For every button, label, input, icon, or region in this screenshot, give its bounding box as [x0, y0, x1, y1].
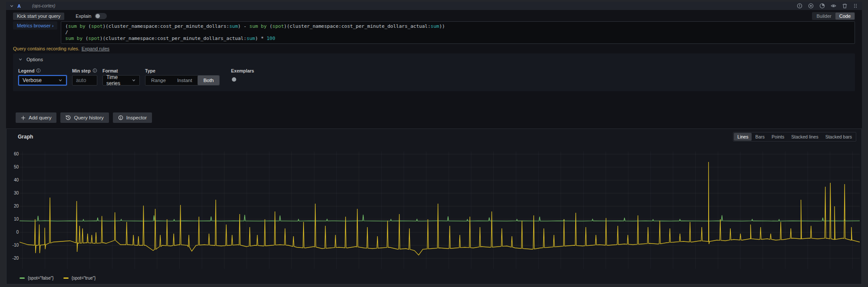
chart-legend: {spot="false"}{spot="true"} — [20, 276, 861, 280]
view-mode-switcher: LinesBarsPointsStacked linesStacked bars — [733, 132, 856, 142]
graph-panel: Graph LinesBarsPointsStacked linesStacke… — [6, 129, 862, 284]
timeseries-chart — [20, 152, 860, 269]
legend-field: Legend Verbose — [18, 68, 67, 86]
y-axis-labels: 6050403020100-10-20 — [10, 152, 20, 269]
y-tick-10: 10 — [14, 217, 19, 221]
plus-icon — [21, 115, 26, 120]
add-query-button[interactable]: Add query — [16, 112, 56, 123]
query-code-editor[interactable]: (sum by (spot)(cluster_namespace:cost_pe… — [61, 21, 855, 44]
editor-body: Kick start your query Explain Builder Co… — [6, 10, 862, 123]
exemplars-field: Exemplars — [231, 68, 254, 76]
legend-swatch — [63, 277, 69, 279]
query-editor-page: A (ops-cortex) Kick start your query Exp… — [6, 2, 862, 284]
explain-control: Explain — [76, 13, 107, 19]
series-line-1 — [20, 162, 860, 255]
datasource-name: (ops-cortex) — [32, 3, 55, 8]
graph-panel-header: Graph LinesBarsPointsStacked linesStacke… — [7, 129, 861, 142]
query-edit-row: Metrics browser › (sum by (spot)(cluster… — [13, 21, 855, 44]
series-line-0 — [20, 215, 860, 221]
query-row-actions — [797, 3, 858, 9]
y-tick-0: 0 — [16, 230, 19, 234]
type-radio-group: RangeInstantBoth — [145, 75, 220, 86]
type-option-instant[interactable]: Instant — [172, 76, 198, 85]
explain-toggle[interactable] — [95, 13, 107, 19]
collapse-query-chevron-icon[interactable] — [10, 4, 14, 8]
view-mode-stacked-bars[interactable]: Stacked bars — [822, 133, 855, 141]
kick-start-query-button[interactable]: Kick start your query — [13, 13, 64, 20]
options-collapse[interactable]: Options — [18, 57, 43, 62]
chevron-down-icon — [132, 78, 136, 82]
legend-field-label: Legend — [18, 68, 34, 73]
legend-label: {spot="false"} — [28, 276, 54, 280]
plot-area[interactable] — [20, 152, 860, 269]
inspector-button[interactable]: Inspector — [113, 112, 152, 123]
options-section: Options Legend Verbose Min step — [13, 53, 855, 91]
recording-rules-notice: Query contains recording rules.Expand ru… — [13, 46, 855, 51]
explain-label: Explain — [76, 13, 91, 19]
format-select[interactable]: Time series — [102, 75, 140, 86]
history-clock-icon — [66, 115, 71, 120]
type-option-range[interactable]: Range — [145, 76, 172, 85]
chevron-down-icon — [58, 78, 63, 82]
y-tick-20: 20 — [14, 204, 19, 208]
builder-mode-button[interactable]: Builder — [812, 13, 835, 20]
y-tick-30: 30 — [14, 191, 19, 195]
options-fields: Legend Verbose Min step Format — [18, 68, 850, 86]
options-chevron-icon — [18, 57, 23, 62]
query-ref-id[interactable]: A — [17, 3, 21, 9]
y-tick-40: 40 — [14, 178, 19, 182]
min-step-info-icon — [92, 68, 97, 73]
duplicate-icon[interactable] — [808, 3, 814, 9]
editor-mode-switcher: Builder Code — [812, 12, 855, 20]
min-step-field: Min step — [72, 68, 97, 86]
legend-label: {spot="true"} — [72, 276, 96, 280]
view-mode-lines[interactable]: Lines — [734, 133, 752, 141]
type-option-both[interactable]: Both — [198, 76, 219, 85]
legend-item[interactable]: {spot="false"} — [20, 276, 54, 280]
query-code-line-3: sum by (spot)(cluster_namespace:cost_per… — [65, 36, 851, 42]
query-row-header: A (ops-cortex) — [6, 2, 862, 10]
recording-rules-text: Query contains recording rules. — [13, 46, 79, 51]
query-actions-row: Add query Query history Inspector — [13, 112, 855, 123]
type-label: Type — [145, 68, 155, 73]
history-icon[interactable] — [819, 3, 825, 9]
legend-swatch — [20, 277, 25, 279]
drag-handle-icon[interactable] — [853, 3, 858, 9]
legend-select[interactable]: Verbose — [18, 75, 67, 86]
y-tick-60: 60 — [14, 152, 19, 156]
metrics-browser-button[interactable]: Metrics browser › — [13, 21, 57, 30]
min-step-input[interactable] — [72, 75, 97, 86]
info-circle-icon — [118, 115, 123, 120]
expand-rules-link[interactable]: Expand rules — [82, 46, 109, 51]
format-label: Format — [102, 68, 118, 73]
y-tick--10: -10 — [13, 243, 19, 247]
legend-item[interactable]: {spot="true"} — [63, 276, 96, 280]
min-step-label: Min step — [72, 68, 91, 73]
query-code-line-2: / — [65, 30, 851, 36]
alert-icon[interactable] — [797, 3, 802, 9]
plot-row: 6050403020100-10-20 — [7, 152, 861, 269]
kick-start-row: Kick start your query Explain Builder Co… — [13, 12, 855, 20]
code-mode-button[interactable]: Code — [835, 13, 855, 20]
type-field: Type RangeInstantBoth — [145, 68, 220, 86]
view-mode-stacked-lines[interactable]: Stacked lines — [788, 133, 822, 141]
y-tick--20: -20 — [13, 256, 19, 261]
view-mode-points[interactable]: Points — [768, 133, 788, 141]
view-mode-bars[interactable]: Bars — [752, 133, 768, 141]
trash-icon[interactable] — [842, 3, 848, 9]
query-code-line-1: (sum by (spot)(cluster_namespace:cost_pe… — [65, 23, 851, 30]
exemplars-label: Exemplars — [231, 68, 254, 73]
y-tick-50: 50 — [14, 165, 19, 169]
query-history-button[interactable]: Query history — [60, 112, 109, 123]
eye-icon[interactable] — [831, 3, 836, 9]
options-header-label: Options — [26, 57, 43, 62]
legend-info-icon — [36, 68, 41, 73]
panel-title: Graph — [18, 134, 33, 140]
format-field: Format Time series — [102, 68, 140, 86]
